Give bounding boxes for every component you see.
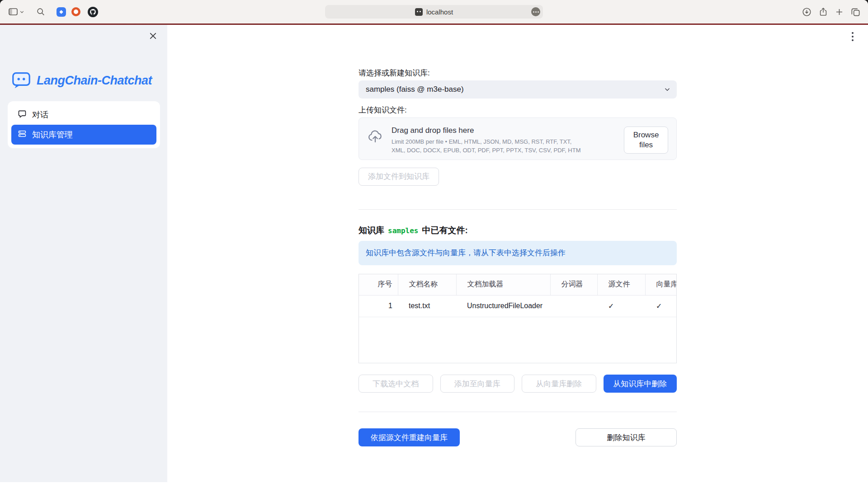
logo-chat-bubble-icon [11, 69, 32, 92]
app-logo: LangChain-Chatchat [11, 69, 152, 92]
logo-text: LangChain-Chatchat [37, 74, 152, 88]
add-to-vector-button[interactable]: 添加至向量库 [440, 375, 515, 393]
col-header-source[interactable]: 源文件 [597, 274, 645, 295]
cell-name: test.txt [398, 295, 456, 317]
site-favicon [415, 8, 423, 16]
download-selected-button[interactable]: 下载选中文档 [359, 375, 433, 393]
col-header-index[interactable]: 序号 [359, 274, 398, 295]
kb-select-value: samples (faiss @ m3e-base) [366, 85, 464, 94]
new-tab-icon[interactable] [835, 7, 844, 17]
cell-splitter [550, 295, 597, 317]
downloads-icon[interactable] [802, 7, 812, 17]
col-header-name[interactable]: 文档名称 [398, 274, 456, 295]
kebab-menu-icon[interactable] [847, 30, 858, 43]
table-header-row: 序号 文档名称 文档加载器 分词器 源文件 向量库 [359, 274, 677, 295]
table-actions: 下载选中文档 添加至向量库 从向量库删除 从知识库中删除 [359, 375, 677, 393]
chevron-down-icon[interactable] [19, 9, 25, 15]
cell-loader: UnstructuredFileLoader [456, 295, 550, 317]
main-area: 请选择或新建知识库: samples (faiss @ m3e-base) 上传… [167, 25, 868, 488]
cell-vector-check: ✓ [645, 295, 677, 317]
sidebar-toggle-icon[interactable] [7, 6, 19, 17]
col-header-vector[interactable]: 向量库 [645, 274, 677, 295]
col-header-loader[interactable]: 文档加载器 [456, 274, 550, 295]
cloud-upload-icon [367, 128, 383, 146]
cell-source-check: ✓ [597, 295, 645, 317]
kb-select-label: 请选择或新建知识库: [359, 69, 677, 78]
col-header-splitter[interactable]: 分词器 [550, 274, 597, 295]
sidebar-item-kb-management[interactable]: 知识库管理 [11, 125, 156, 145]
divider [359, 209, 677, 210]
files-heading-suffix: 中已有文件: [422, 225, 467, 236]
knowledge-base-icon [18, 129, 27, 141]
kb-select[interactable]: samples (faiss @ m3e-base) [359, 80, 677, 99]
info-banner: 知识库中包含源文件与向量库，请从下表中选择文件后操作 [359, 241, 677, 265]
kb-name-code: samples [388, 226, 418, 235]
browser-toolbar: localhost [0, 0, 868, 23]
divider [359, 412, 677, 412]
sidebar-item-label: 知识库管理 [32, 129, 73, 140]
search-icon[interactable] [36, 7, 46, 17]
footer-actions: 依据源文件重建向量库 删除知识库 [359, 428, 677, 469]
extension-ring-icon[interactable] [71, 7, 80, 16]
close-sidebar-icon[interactable] [147, 30, 158, 41]
cell-index: 1 [359, 295, 398, 317]
chat-bubble-icon [18, 109, 27, 121]
share-icon[interactable] [818, 7, 828, 17]
browse-files-button[interactable]: Browse files [624, 127, 668, 154]
github-extension-icon[interactable] [88, 7, 98, 17]
delete-from-kb-button[interactable]: 从知识库中删除 [604, 375, 677, 393]
rebuild-vector-store-button[interactable]: 依据源文件重建向量库 [359, 428, 460, 446]
extensions-menu-icon[interactable] [531, 7, 540, 16]
address-bar[interactable]: localhost [325, 5, 543, 19]
select-chevron-down-icon [663, 85, 671, 96]
files-table[interactable]: 序号 文档名称 文档加载器 分词器 源文件 向量库 1 test [359, 274, 677, 363]
sidebar-nav: 对话 知识库管理 [8, 101, 160, 148]
extension-app-icon[interactable] [57, 7, 66, 17]
files-heading: 知识库 samples 中已有文件: [359, 225, 677, 236]
sidebar-item-label: 对话 [32, 109, 48, 120]
table-row[interactable]: 1 test.txt UnstructuredFileLoader ✓ ✓ [359, 295, 677, 317]
delete-kb-button[interactable]: 删除知识库 [576, 428, 677, 446]
dropzone-hint: Limit 200MB per file • EML, HTML, JSON, … [392, 138, 586, 155]
add-files-button[interactable]: 添加文件到知识库 [359, 168, 439, 186]
file-dropzone[interactable]: Drag and drop files here Limit 200MB per… [359, 117, 677, 160]
files-heading-prefix: 知识库 [359, 225, 384, 236]
delete-from-vector-button[interactable]: 从向量库删除 [522, 375, 596, 393]
sidebar-item-chat[interactable]: 对话 [11, 105, 156, 125]
tab-overview-icon[interactable] [850, 7, 861, 17]
upload-label: 上传知识文件: [359, 106, 677, 115]
dropzone-title: Drag and drop files here [392, 126, 586, 136]
sidebar: LangChain-Chatchat 对话 [0, 25, 167, 482]
browser-window: localhost [0, 0, 868, 488]
address-url: localhost [426, 8, 453, 16]
